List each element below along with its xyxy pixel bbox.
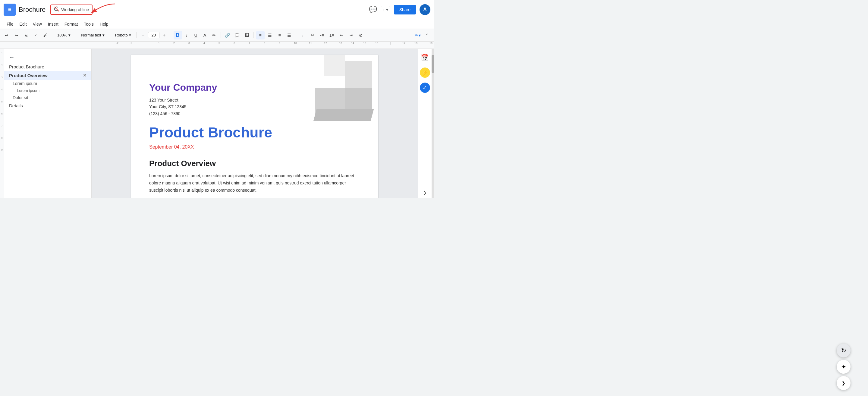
divider7	[253, 32, 254, 38]
scrollbar[interactable]	[432, 49, 434, 198]
menubar: File Edit View Insert Format Tools Help	[0, 19, 434, 29]
outline-item-product-overview[interactable]: Product Overview ✕	[4, 71, 91, 80]
undo-button[interactable]: ↩	[2, 31, 11, 39]
font-decrease-button[interactable]: −	[139, 31, 147, 39]
underline-button[interactable]: U	[192, 31, 200, 39]
history-icon[interactable]: ↑ ▾	[381, 6, 390, 13]
paint-edit-button[interactable]: ✏▾	[413, 31, 422, 39]
bold-button[interactable]: B	[174, 31, 182, 39]
outline-item-lorem1[interactable]: Lorem ipsum	[4, 80, 91, 87]
document: Your Company 123 Your Street Your City, …	[131, 55, 378, 198]
tasks-icon[interactable]: ⚡	[420, 67, 430, 78]
print-button[interactable]: 🖨	[22, 31, 30, 39]
avatar[interactable]: A	[420, 4, 430, 15]
divider6	[221, 32, 221, 38]
outline-item-product-brochure[interactable]: Product Brochure	[4, 62, 91, 71]
align-center-button[interactable]: ☰	[266, 31, 274, 39]
ruler: -2 -1 | 1 2 3 4 5 6 7 8 9 10 11 12 13 14…	[0, 41, 434, 49]
menu-edit[interactable]: Edit	[17, 21, 29, 27]
main-area: 1 2 3 4 5 6 7 8 9 ← Product Brochure Pro…	[0, 49, 434, 198]
bullet-list-button[interactable]: •≡	[318, 31, 327, 39]
align-right-button[interactable]: ≡	[276, 31, 284, 39]
checklist-button[interactable]: ☑	[308, 31, 317, 39]
spellcheck-button[interactable]: ✓	[31, 31, 40, 39]
outline-item-dolor[interactable]: Dolor sit	[4, 94, 91, 101]
italic-button[interactable]: I	[183, 31, 191, 39]
menu-help[interactable]: Help	[97, 21, 111, 27]
justify-button[interactable]: ☰	[285, 31, 293, 39]
tasks-complete-icon[interactable]: ✓	[420, 83, 430, 93]
paintformat-button[interactable]: 🖌	[41, 31, 50, 39]
sidebar-back-button[interactable]: ←	[4, 53, 91, 62]
left-margin: 1 2 3 4 5 6 7 8 9	[0, 49, 4, 198]
menu-format[interactable]: Format	[62, 21, 80, 27]
formatting-buttons: B I U A ✏	[174, 31, 218, 39]
font-increase-button[interactable]: +	[160, 31, 168, 39]
indent-more-button[interactable]: ⇥	[347, 31, 355, 39]
google-docs-logo[interactable]: ≡	[4, 4, 16, 16]
text-color-button[interactable]: A	[201, 31, 209, 39]
ruler-content: -2 -1 | 1 2 3 4 5 6 7 8 9 10 11 12 13 14…	[98, 41, 434, 49]
header: ≡ Brochure Working offline 💬 ↑ ▾ Share A	[0, 0, 434, 19]
expand-icon[interactable]: ❯	[420, 188, 430, 198]
link-button[interactable]: 🔗	[223, 31, 232, 39]
menu-view[interactable]: View	[30, 21, 44, 27]
zoom-dropdown[interactable]: 100% ▾	[55, 31, 73, 39]
document-area[interactable]: Your Company 123 Your Street Your City, …	[92, 49, 418, 198]
divider8	[296, 32, 296, 38]
calendar-icon[interactable]: 📅	[420, 53, 430, 63]
menu-insert[interactable]: Insert	[45, 21, 61, 27]
divider5	[171, 32, 171, 38]
menu-file[interactable]: File	[4, 21, 16, 27]
section1-title: Product Overview	[149, 159, 360, 168]
comment-insert-button[interactable]: 💬	[233, 31, 241, 39]
toolbar: ↩ ↪ 🖨 ✓ 🖌 100% ▾ Normal text ▾ Roboto ▾ …	[0, 29, 434, 41]
align-left-button[interactable]: ≡	[256, 31, 265, 39]
scrollbar-thumb[interactable]	[432, 55, 434, 73]
font-size-control: − +	[139, 31, 168, 39]
style-dropdown[interactable]: Normal text ▾	[79, 31, 107, 39]
outline-item-lorem2[interactable]: Lorem ipsum	[4, 87, 91, 94]
outline-close-button[interactable]: ✕	[83, 73, 87, 78]
outline-sidebar: ← Product Brochure Product Overview ✕ Lo…	[4, 49, 92, 198]
menu-tools[interactable]: Tools	[82, 21, 96, 27]
divider4	[136, 32, 136, 38]
ordered-list-button[interactable]: 1≡	[328, 31, 336, 39]
outline-item-details[interactable]: Details	[4, 101, 91, 110]
doc-date: September 04, 20XX	[149, 144, 360, 150]
cloud-off-icon	[54, 6, 59, 13]
font-size-input[interactable]	[148, 32, 159, 38]
header-right: 💬 ↑ ▾ Share A	[369, 4, 430, 15]
right-sidebar: 📅 ⚡ ✓ ❯	[418, 49, 432, 198]
redo-button[interactable]: ↪	[12, 31, 21, 39]
line-spacing-button[interactable]: ↕	[299, 31, 307, 39]
body-text: Lorem ipsum dolor sit amet, consectetuer…	[149, 172, 360, 194]
document-title[interactable]: Brochure	[19, 6, 45, 13]
clear-format-button[interactable]: ⊘	[356, 31, 365, 39]
share-button[interactable]: Share	[394, 5, 416, 14]
font-dropdown[interactable]: Roboto ▾	[113, 31, 134, 39]
comment-icon[interactable]: 💬	[369, 6, 377, 13]
divider1	[52, 32, 52, 38]
arrow-annotation	[82, 1, 118, 16]
doc-main-title: Product Brochure	[149, 124, 360, 141]
image-button[interactable]: 🖼	[243, 31, 251, 39]
toolbar-collapse-button[interactable]: ⌃	[423, 31, 432, 39]
indent-less-button[interactable]: ⇤	[337, 31, 346, 39]
highlight-button[interactable]: ✏	[210, 31, 218, 39]
doc-decorative	[303, 55, 378, 121]
